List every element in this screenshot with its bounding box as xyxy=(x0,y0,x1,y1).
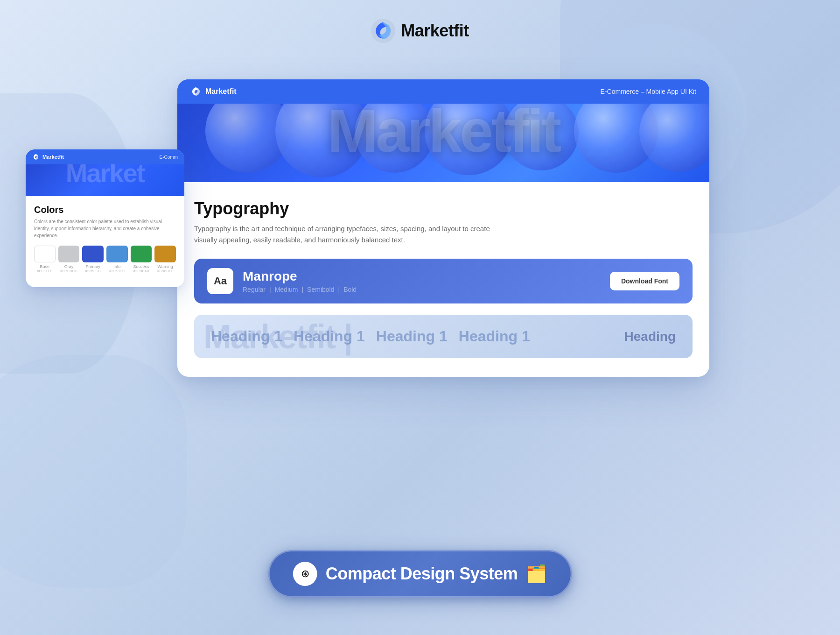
variant-semibold: Semibold xyxy=(307,286,334,293)
swatch-color-box xyxy=(154,246,176,262)
swatch-color-box xyxy=(58,246,80,262)
swatch-item: Primary#3353CC xyxy=(82,246,104,273)
download-font-button[interactable]: Download Font xyxy=(610,272,679,290)
swatch-color-box xyxy=(34,246,56,262)
small-card-body: Colors Colors are the consistent color p… xyxy=(26,196,184,287)
section-title: Typography xyxy=(194,199,693,219)
swatch-hex: #2C9E4B xyxy=(131,269,152,273)
font-icon-box: Aa xyxy=(207,268,233,294)
swatch-hex: #3353CC xyxy=(82,269,104,273)
swatch-item: Warning#C98B1E xyxy=(154,246,176,273)
swatch-color-box xyxy=(106,246,128,262)
bg-decoration-2 xyxy=(0,355,187,588)
swatch-label: Success xyxy=(131,264,152,269)
cta-emoji: 🗂️ xyxy=(526,564,547,584)
swatch-color-box xyxy=(82,246,104,262)
card-logo-area: Marketfit xyxy=(190,86,237,97)
variant-regular: Regular xyxy=(243,286,266,293)
small-card-subtitle: E-Comm xyxy=(160,155,178,160)
small-card-logo-text: Marketfit xyxy=(42,154,64,160)
swatch-hex: #3353CC xyxy=(106,269,128,273)
small-card: Marketfit E-Comm Market Colors Colors ar… xyxy=(26,149,184,287)
swatch-hex: #C98B1E xyxy=(154,269,176,273)
heading-row: Heading 1 Heading 1 Heading 1 Heading 1 xyxy=(211,328,676,345)
swatch-item: Base#FFFFFF xyxy=(34,246,56,273)
card-logo-text: Marketfit xyxy=(205,87,237,96)
color-swatches: Base#FFFFFFGray#C7C9CCPrimary#3353CCInfo… xyxy=(34,246,176,273)
card-logo-icon xyxy=(190,86,202,97)
font-info: Manrope Regular | Medium | Semibold | Bo… xyxy=(243,269,601,293)
main-card-hero: Marketfit E-Commerce – Mobile App UI Kit… xyxy=(177,79,709,182)
cta-icon-box: ⊛ xyxy=(293,562,317,586)
heading-item-3: Heading 1 xyxy=(376,328,448,345)
swatch-label: Info xyxy=(106,264,128,269)
cta-button[interactable]: ⊛ Compact Design System 🗂️ xyxy=(268,550,572,598)
main-card-top-bar: Marketfit E-Commerce – Mobile App UI Kit xyxy=(177,79,709,104)
heading-item-1: Heading 1 xyxy=(211,328,282,345)
svg-point-0 xyxy=(371,19,395,43)
swatch-hex: #C7C9CC xyxy=(58,269,80,273)
swatch-item: Info#3353CC xyxy=(106,246,128,273)
main-card-body: Typography Typography is the art and tec… xyxy=(177,182,709,377)
header-logo-text: Marketfit xyxy=(401,21,469,41)
variant-medium: Medium xyxy=(275,286,298,293)
hero-brand-text: Marketfit xyxy=(328,96,560,166)
variant-sep-1: | xyxy=(269,286,271,293)
section-description: Typography is the art and technique of a… xyxy=(194,223,511,246)
swatch-hex: #FFFFFF xyxy=(34,269,56,273)
swatch-color-box xyxy=(131,246,152,262)
variant-sep-2: | xyxy=(301,286,303,293)
swatch-item: Success#2C9E4B xyxy=(131,246,152,273)
swatch-item: Gray#C7C9CC xyxy=(58,246,80,273)
swatch-label: Primary xyxy=(82,264,104,269)
font-card: Aa Manrope Regular | Medium | Semibold |… xyxy=(194,259,693,303)
heading-item-4: Heading 1 xyxy=(459,328,530,345)
font-aa-label: Aa xyxy=(214,275,227,287)
small-card-logo-icon xyxy=(32,153,40,161)
swatch-label: Base xyxy=(34,264,56,269)
small-card-top-bar: Marketfit E-Comm xyxy=(26,149,184,164)
compact-design-icon: ⊛ xyxy=(301,568,309,580)
bubble-7 xyxy=(639,92,709,172)
cta-text: Compact Design System xyxy=(326,564,518,584)
heading-item-2: Heading 1 xyxy=(294,328,365,345)
cta-container: ⊛ Compact Design System 🗂️ xyxy=(268,550,572,598)
colors-title: Colors xyxy=(34,205,176,215)
page-header: Marketfit xyxy=(371,19,469,43)
small-card-hero: Marketfit E-Comm Market xyxy=(26,149,184,196)
variant-sep-3: | xyxy=(338,286,340,293)
font-variants: Regular | Medium | Semibold | Bold xyxy=(243,286,601,293)
small-card-logo: Marketfit xyxy=(32,153,64,161)
swatch-label: Warning xyxy=(154,264,176,269)
card-top-subtitle: E-Commerce – Mobile App UI Kit xyxy=(601,88,696,95)
marketfit-logo-icon xyxy=(371,19,395,43)
variant-bold: Bold xyxy=(343,286,357,293)
swatch-label: Gray xyxy=(58,264,80,269)
heading-preview: Marketfit | Heading Heading 1 Heading 1 … xyxy=(194,315,693,358)
colors-description: Colors are the consistent color palette … xyxy=(34,218,176,239)
main-card: Marketfit E-Commerce – Mobile App UI Kit… xyxy=(177,79,709,377)
font-name: Manrope xyxy=(243,269,601,284)
